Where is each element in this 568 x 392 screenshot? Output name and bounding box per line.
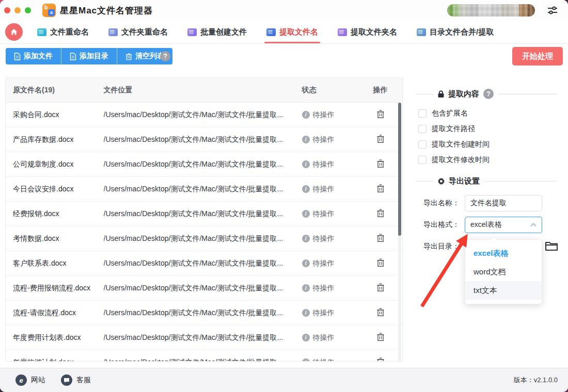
delete-row-button[interactable] bbox=[375, 133, 386, 146]
file-name: 产品库存数据.docx bbox=[6, 135, 104, 144]
table-body: 采购合同.docx /Users/mac/Desktop/测试文件/Mac/测试… bbox=[6, 103, 402, 362]
table-row[interactable]: 经费报销.docx /Users/mac/Desktop/测试文件/Mac/测试… bbox=[6, 202, 402, 226]
status-text: 待操作 bbox=[313, 209, 335, 219]
table-scrollbar-thumb[interactable] bbox=[398, 103, 401, 236]
toolbar-help-icon[interactable]: ? bbox=[160, 51, 170, 61]
extract-section-title: 提取内容 bbox=[448, 89, 479, 99]
table-row[interactable]: 流程-请假流程.docx /Users/mac/Desktop/测试文件/Mac… bbox=[6, 301, 402, 325]
close-button[interactable] bbox=[4, 7, 10, 13]
tab-list: 文件重命名 文件夹重命名 批量创建文件 提取文件名 提取文件夹名 目录文件合并/… bbox=[37, 21, 494, 43]
delete-row-button[interactable] bbox=[375, 331, 386, 344]
status-badge: i 待操作 bbox=[302, 110, 359, 120]
checkbox[interactable] bbox=[418, 140, 427, 149]
delete-row-button[interactable] bbox=[375, 232, 386, 245]
dropdown-option[interactable]: excel表格 bbox=[465, 244, 542, 263]
table-row[interactable]: 年度费用计划表.docx /Users/mac/Desktop/测试文件/Mac… bbox=[6, 325, 402, 350]
lock-icon bbox=[437, 90, 445, 98]
tab-5[interactable]: 提取文件夹名 bbox=[338, 21, 397, 43]
export-name-input[interactable] bbox=[465, 195, 542, 211]
status-text: 待操作 bbox=[313, 284, 335, 293]
choose-directory-button[interactable] bbox=[545, 240, 558, 253]
status-badge: i 待操作 bbox=[302, 234, 359, 243]
add-directory-button[interactable]: 添加目录 bbox=[61, 48, 117, 64]
status-badge: i 待操作 bbox=[302, 284, 359, 293]
start-process-button[interactable]: 开始处理 bbox=[512, 47, 563, 66]
file-name: 考情数据.docx bbox=[6, 234, 104, 243]
status-badge: i 待操作 bbox=[302, 259, 359, 268]
settings-sidebar: 提取内容 ? 包含扩展名 提取文件路径 提取文件创建时间 提取文件修改时间 导出… bbox=[411, 77, 563, 362]
checkbox[interactable] bbox=[418, 156, 427, 164]
tab-icon bbox=[338, 28, 347, 36]
home-button[interactable] bbox=[5, 23, 23, 41]
delete-row-button[interactable] bbox=[375, 356, 386, 362]
table-row[interactable]: 产品库存数据.docx /Users/mac/Desktop/测试文件/Mac/… bbox=[6, 127, 402, 152]
table-row[interactable]: 考情数据.docx /Users/mac/Desktop/测试文件/Mac/测试… bbox=[6, 226, 402, 251]
dropdown-option[interactable]: word文档 bbox=[465, 263, 542, 281]
delete-row-button[interactable] bbox=[375, 257, 386, 270]
tab-4[interactable]: 提取文件名 bbox=[266, 21, 318, 43]
export-name-label: 导出名称： bbox=[423, 199, 465, 208]
delete-row-button[interactable] bbox=[375, 183, 386, 195]
info-icon: i bbox=[302, 309, 310, 317]
status-text: 待操作 bbox=[313, 135, 335, 144]
file-table: 原文件名(19) 文件位置 状态 操作 采购合同.docx /Users/mac… bbox=[5, 77, 403, 362]
checkbox[interactable] bbox=[418, 109, 427, 118]
tab-6[interactable]: 目录文件合并/提取 bbox=[417, 21, 494, 43]
status-text: 待操作 bbox=[313, 308, 335, 318]
toolbar-button-group: 添加文件 添加目录 清空列表 bbox=[6, 48, 172, 64]
file-path: /Users/mac/Desktop/测试文件/Mac/测试文件/批量提取... bbox=[104, 358, 302, 362]
table-row[interactable]: 今日会议安排.docx /Users/mac/Desktop/测试文件/Mac/… bbox=[6, 177, 402, 202]
chevron-up-icon bbox=[530, 223, 537, 227]
file-name: 流程-费用报销流程.docx bbox=[6, 284, 104, 293]
checkbox-row[interactable]: 提取文件创建时间 bbox=[418, 137, 490, 152]
tab-2[interactable]: 文件夹重命名 bbox=[108, 21, 168, 43]
tab-3[interactable]: 批量创建文件 bbox=[187, 21, 247, 43]
delete-row-button[interactable] bbox=[375, 207, 386, 220]
table-scrollbar-track[interactable] bbox=[398, 103, 401, 361]
checkbox-row[interactable]: 包含扩展名 bbox=[418, 106, 490, 121]
website-link[interactable]: e 网站 bbox=[15, 374, 45, 386]
status-badge: i 待操作 bbox=[302, 333, 359, 342]
extract-help-icon[interactable]: ? bbox=[483, 89, 494, 99]
checkbox-row[interactable]: 提取文件路径 bbox=[418, 121, 490, 137]
table-row[interactable]: 年度旅游计划.docx /Users/mac/Desktop/测试文件/Mac/… bbox=[6, 350, 402, 362]
zoom-button[interactable] bbox=[25, 7, 31, 13]
dropdown-option[interactable]: txt文本 bbox=[465, 281, 542, 300]
minimize-button[interactable] bbox=[14, 7, 21, 13]
export-format-select[interactable]: excel表格 bbox=[465, 217, 542, 233]
export-name-row: 导出名称： bbox=[423, 195, 542, 211]
table-row[interactable]: 流程-费用报销流程.docx /Users/mac/Desktop/测试文件/M… bbox=[6, 276, 402, 301]
delete-row-button[interactable] bbox=[375, 306, 386, 319]
settings-sliders-icon[interactable] bbox=[546, 4, 559, 17]
delete-row-button[interactable] bbox=[375, 158, 386, 171]
user-info-redacted[interactable] bbox=[447, 4, 535, 17]
tab-icon bbox=[187, 28, 197, 36]
delete-row-button[interactable] bbox=[375, 108, 386, 121]
export-section-title: 导出设置 bbox=[449, 176, 480, 186]
trash-icon bbox=[376, 283, 385, 292]
file-name: 年度旅游计划.docx bbox=[6, 358, 104, 362]
add-file-button[interactable]: 添加文件 bbox=[6, 48, 61, 64]
status-text: 待操作 bbox=[313, 160, 335, 169]
home-icon bbox=[10, 28, 18, 36]
support-link[interactable]: 客服 bbox=[61, 374, 91, 386]
status-text: 待操作 bbox=[313, 234, 335, 243]
tab-1[interactable]: 文件重命名 bbox=[37, 21, 89, 43]
tab-icon bbox=[108, 28, 118, 36]
status-text: 待操作 bbox=[313, 358, 335, 362]
checkbox-label: 包含扩展名 bbox=[432, 109, 468, 118]
export-format-row: 导出格式： excel表格 bbox=[423, 217, 542, 233]
delete-row-button[interactable] bbox=[375, 282, 386, 295]
status-badge: i 待操作 bbox=[302, 358, 359, 362]
file-path: /Users/mac/Desktop/测试文件/Mac/测试文件/批量提取... bbox=[104, 160, 302, 169]
info-icon: i bbox=[302, 185, 310, 193]
tab-icon bbox=[266, 28, 276, 36]
export-format-dropdown: excel表格word文档txt文本 bbox=[465, 239, 542, 304]
table-row[interactable]: 客户联系表.docx /Users/mac/Desktop/测试文件/Mac/测… bbox=[6, 251, 402, 276]
checkbox-row[interactable]: 提取文件修改时间 bbox=[418, 152, 490, 168]
table-row[interactable]: 采购合同.docx /Users/mac/Desktop/测试文件/Mac/测试… bbox=[6, 103, 402, 127]
table-row[interactable]: 公司规章制度.docx /Users/mac/Desktop/测试文件/Mac/… bbox=[6, 152, 402, 177]
file-icon bbox=[14, 53, 21, 60]
app-window: ba 星星Mac文件名管理器 文件重命名 文件夹重命名 批量创建文件 bbox=[0, 0, 568, 392]
checkbox[interactable] bbox=[418, 125, 427, 133]
